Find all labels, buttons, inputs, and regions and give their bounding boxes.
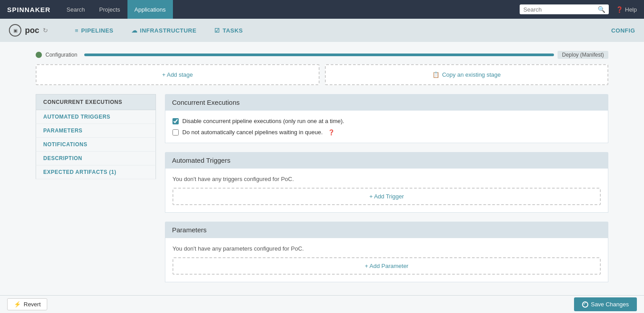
- nav-pipelines[interactable]: ≡ PIPELINES: [66, 19, 123, 42]
- copy-icon: 📋: [432, 71, 439, 78]
- config-label: Configuration: [45, 52, 77, 58]
- main-content: Configuration Deploy (Manifest) + Add st…: [0, 42, 644, 300]
- sidebar-item-description[interactable]: DESCRIPTION: [36, 152, 156, 165]
- concurrent-executions-body: Disable concurrent pipeline executions (…: [165, 111, 608, 143]
- app-icon: ▣: [9, 24, 21, 37]
- cancel-waiting-label: Do not automatically cancel pipelines wa…: [182, 129, 323, 136]
- nav-infrastructure[interactable]: ☁ INFRASTRUCTURE: [123, 19, 205, 42]
- sidebar: CONCURRENT EXECUTIONS AUTOMATED TRIGGERS…: [36, 94, 156, 291]
- add-trigger-button[interactable]: + Add Trigger: [172, 188, 601, 205]
- add-stage-button[interactable]: + Add stage: [36, 64, 320, 85]
- sidebar-item-parameters[interactable]: PARAMETERS: [36, 124, 156, 138]
- cancel-waiting-checkbox[interactable]: [172, 129, 179, 136]
- help-icon: ❓: [616, 6, 623, 13]
- stage-label: Deploy (Manifest): [558, 51, 608, 59]
- nav-applications[interactable]: Applications: [127, 0, 173, 19]
- stage-buttons: + Add stage 📋 Copy an existing stage: [36, 64, 608, 85]
- disable-concurrent-label: Disable concurrent pipeline executions (…: [182, 118, 344, 124]
- pipeline-bar: Configuration Deploy (Manifest): [36, 51, 608, 59]
- save-changes-button[interactable]: Save Changes: [574, 297, 637, 300]
- global-search-input[interactable]: [523, 6, 595, 13]
- sidebar-item-automated-triggers[interactable]: AUTOMATED TRIGGERS: [36, 110, 156, 124]
- help-tooltip-icon[interactable]: ❓: [328, 129, 335, 136]
- bottom-bar: ⚡ Revert Save Changes: [0, 295, 644, 300]
- config-dot: [36, 52, 42, 58]
- main-panel: Concurrent Executions Disable concurrent…: [165, 94, 608, 291]
- automated-triggers-body: You don't have any triggers configured f…: [165, 169, 608, 213]
- infrastructure-icon: ☁: [131, 27, 138, 34]
- refresh-icon[interactable]: ↻: [43, 27, 48, 34]
- content-layout: CONCURRENT EXECUTIONS AUTOMATED TRIGGERS…: [36, 94, 608, 291]
- parameters-empty-text: You don't have any parameters configured…: [172, 245, 601, 252]
- parameters-section: Parameters You don't have any parameters…: [165, 222, 608, 282]
- tasks-icon: ☑: [214, 27, 220, 34]
- config-link[interactable]: CONFIG: [611, 27, 635, 34]
- app-nav-links: ≡ PIPELINES ☁ INFRASTRUCTURE ☑ TASKS: [66, 19, 611, 42]
- sidebar-item-notifications[interactable]: NOTIFICATIONS: [36, 138, 156, 152]
- add-parameter-button[interactable]: + Add Parameter: [172, 257, 601, 275]
- parameters-header: Parameters: [165, 222, 608, 238]
- app-name: poc: [25, 26, 39, 35]
- concurrent-executions-section: Concurrent Executions Disable concurrent…: [165, 94, 608, 143]
- nav-tasks[interactable]: ☑ TASKS: [205, 19, 252, 42]
- nav-search[interactable]: Search: [59, 0, 92, 19]
- top-nav: SPINNAKER Search Projects Applications 🔍…: [0, 0, 644, 19]
- disable-concurrent-checkbox[interactable]: [172, 118, 179, 124]
- checkbox-row-cancel: Do not automatically cancel pipelines wa…: [172, 129, 601, 136]
- copy-stage-button[interactable]: 📋 Copy an existing stage: [325, 64, 609, 85]
- help-button[interactable]: ❓ Help: [616, 6, 637, 13]
- global-search-box[interactable]: 🔍: [520, 4, 609, 14]
- sidebar-item-expected-artifacts[interactable]: EXPECTED ARTIFACTS (1): [36, 165, 156, 179]
- search-icon: 🔍: [598, 6, 605, 13]
- revert-button[interactable]: ⚡ Revert: [7, 298, 47, 300]
- pipeline-line: [84, 54, 554, 56]
- brand-logo: SPINNAKER: [7, 6, 50, 13]
- app-nav: ▣ poc ↻ ≡ PIPELINES ☁ INFRASTRUCTURE ☑ T…: [0, 19, 644, 42]
- automated-triggers-section: Automated Triggers You don't have any tr…: [165, 152, 608, 213]
- pipelines-icon: ≡: [75, 27, 78, 34]
- checkbox-row-disable: Disable concurrent pipeline executions (…: [172, 118, 601, 124]
- sidebar-header: CONCURRENT EXECUTIONS: [36, 94, 156, 110]
- parameters-body: You don't have any parameters configured…: [165, 238, 608, 282]
- nav-projects[interactable]: Projects: [92, 0, 127, 19]
- automated-triggers-header: Automated Triggers: [165, 152, 608, 169]
- app-title: ▣ poc ↻: [9, 24, 48, 37]
- triggers-empty-text: You don't have any triggers configured f…: [172, 176, 601, 182]
- concurrent-executions-header: Concurrent Executions: [165, 94, 608, 111]
